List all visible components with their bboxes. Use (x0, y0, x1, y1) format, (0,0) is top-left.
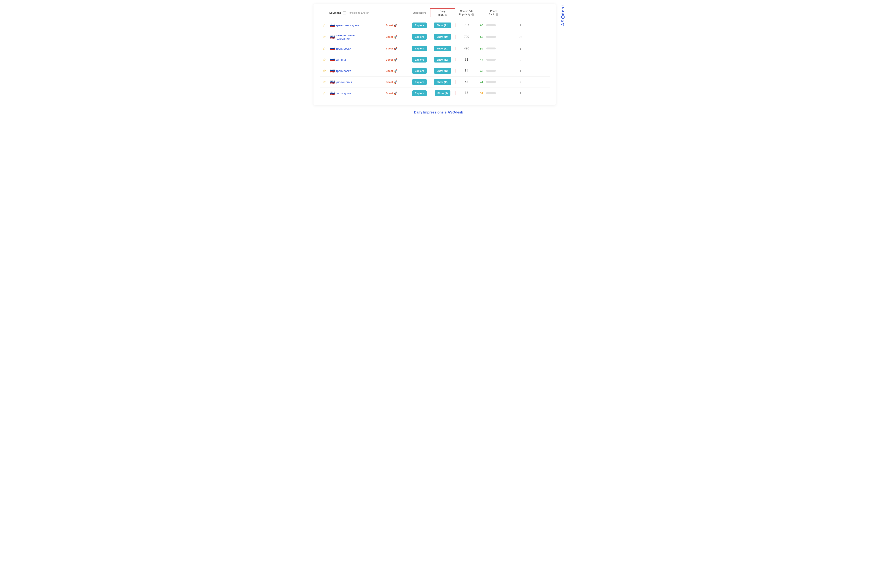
show-button[interactable]: Show (3) (435, 90, 450, 96)
search-ads-number: 59 (480, 35, 485, 39)
table-row: ☆ 🇷🇺 тренировки дома Boost 🚀 Explore Sho… (320, 20, 550, 31)
table-row: ☆ 🇷🇺 интервальноеголодание Boost 🚀 Explo… (320, 31, 550, 43)
flag-cell: 🇷🇺 (329, 80, 336, 84)
russia-flag-icon: 🇷🇺 (330, 35, 335, 39)
daily-impr-value: 81 (455, 58, 478, 62)
table-header: Keyword Translate to English Suggestions… (320, 9, 550, 19)
show-cell: Show (10) (430, 34, 455, 40)
show-button[interactable]: Show (11) (434, 46, 451, 51)
keyword-text[interactable]: интервальноеголодание (336, 34, 386, 40)
suggestions-column-header: Suggestions (409, 11, 430, 14)
search-ads-number: 43 (480, 69, 485, 72)
search-ads-cell: 43 (478, 69, 509, 72)
star-icon[interactable]: ☆ (322, 35, 326, 39)
boost-button[interactable]: Boost (386, 92, 393, 94)
flag-cell: 🇷🇺 (329, 57, 336, 62)
popularity-bar-background (486, 48, 496, 50)
star-cell[interactable]: ☆ (320, 34, 329, 39)
explore-button[interactable]: Explore (412, 79, 427, 85)
search-ads-cell: 44 (478, 58, 509, 62)
star-cell[interactable]: ☆ (320, 91, 329, 95)
translate-label: Translate to English (347, 11, 369, 14)
boost-button[interactable]: Boost (386, 69, 393, 72)
boost-button[interactable]: Boost (386, 24, 393, 27)
boost-cell: Boost 🚀 (386, 92, 409, 95)
star-cell[interactable]: ☆ (320, 23, 329, 27)
keyword-text[interactable]: workout (336, 58, 386, 62)
star-icon[interactable]: ☆ (322, 69, 326, 73)
iphone-rank-value: 1 (509, 47, 532, 50)
daily-impr-label: DailyImpr. (438, 10, 445, 16)
keyword-text[interactable]: тренировки дома (336, 24, 386, 27)
popularity-bar-background (486, 81, 496, 83)
star-icon[interactable]: ☆ (322, 80, 326, 84)
explore-button[interactable]: Explore (412, 68, 427, 74)
keyword-text[interactable]: спорт дома (336, 92, 386, 95)
popularity-bar-background (486, 24, 496, 26)
flag-cell: 🇷🇺 (329, 69, 336, 73)
boost-button[interactable]: Boost (386, 58, 393, 61)
explore-button[interactable]: Explore (412, 90, 427, 96)
search-ads-cell: 37 (478, 92, 509, 95)
popularity-bar-background (486, 70, 496, 72)
table-row: ☆ 🇷🇺 workout Boost 🚀 Explore Show (12) 8… (320, 54, 550, 65)
flag-cell: 🇷🇺 (329, 91, 336, 95)
search-ads-column-header: Search AdsPopularity ? (455, 10, 478, 16)
show-button[interactable]: Show (11) (434, 22, 451, 28)
russia-flag-icon: 🇷🇺 (330, 46, 335, 51)
popularity-bar-background (486, 58, 496, 61)
iphone-rank-help-icon[interactable]: ? (496, 13, 498, 16)
keyword-text[interactable]: упражнения (336, 80, 386, 84)
explore-cell: Explore (409, 68, 430, 74)
keyword-column-header: Keyword Translate to English (329, 11, 386, 14)
star-icon[interactable]: ☆ (322, 57, 326, 62)
show-button[interactable]: Show (12) (434, 57, 451, 63)
search-ads-number: 44 (480, 58, 485, 62)
footer-caption: Daily Impressions в ASOdesk (313, 110, 564, 114)
iphone-rank-value: 1 (509, 24, 532, 27)
daily-impr-value: 54 (455, 69, 478, 72)
rocket-icon: 🚀 (394, 24, 397, 27)
show-cell: Show (12) (430, 57, 455, 63)
boost-button[interactable]: Boost (386, 35, 393, 38)
flag-cell: 🇷🇺 (329, 46, 336, 51)
explore-cell: Explore (409, 57, 430, 63)
boost-button[interactable]: Boost (386, 81, 393, 84)
explore-button[interactable]: Explore (412, 22, 427, 28)
explore-cell: Explore (409, 34, 430, 40)
show-button[interactable]: Show (11) (434, 79, 451, 85)
explore-button[interactable]: Explore (412, 34, 427, 40)
search-ads-cell: 59 (478, 35, 509, 39)
rocket-icon: 🚀 (394, 80, 397, 84)
keyword-text[interactable]: тренировка (336, 69, 386, 72)
star-icon[interactable]: ☆ (322, 46, 326, 51)
table-row: ☆ 🇷🇺 упражнения Boost 🚀 Explore Show (11… (320, 76, 550, 88)
iphone-rank-value: 2 (509, 80, 532, 84)
boost-cell: Boost 🚀 (386, 35, 409, 39)
search-ads-cell: 60 (478, 24, 509, 27)
star-cell[interactable]: ☆ (320, 69, 329, 73)
star-icon[interactable]: ☆ (322, 91, 326, 95)
explore-button[interactable]: Explore (412, 57, 427, 63)
popularity-bar-background (486, 36, 496, 38)
star-cell[interactable]: ☆ (320, 80, 329, 84)
explore-button[interactable]: Explore (412, 46, 427, 51)
daily-impr-help-icon[interactable]: ? (445, 14, 447, 16)
rocket-icon: 🚀 (394, 47, 397, 50)
russia-flag-icon: 🇷🇺 (330, 91, 335, 95)
popularity-bar-background (486, 92, 496, 94)
translate-to-english-toggle[interactable]: Translate to English (343, 11, 369, 14)
show-cell: Show (3) (430, 90, 455, 96)
keyword-text[interactable]: тренировки (336, 47, 386, 50)
iphone-rank-column-header: iPhoneRank ? (478, 10, 509, 16)
daily-impr-value: 426 (455, 47, 478, 50)
show-button[interactable]: Show (12) (434, 68, 451, 74)
star-cell[interactable]: ☆ (320, 57, 329, 62)
russia-flag-icon: 🇷🇺 (330, 69, 335, 73)
boost-button[interactable]: Boost (386, 47, 393, 50)
translate-checkbox[interactable] (343, 11, 346, 14)
show-button[interactable]: Show (10) (434, 34, 451, 40)
search-ads-help-icon[interactable]: ? (471, 13, 474, 16)
star-cell[interactable]: ☆ (320, 46, 329, 51)
star-icon[interactable]: ☆ (322, 23, 326, 27)
